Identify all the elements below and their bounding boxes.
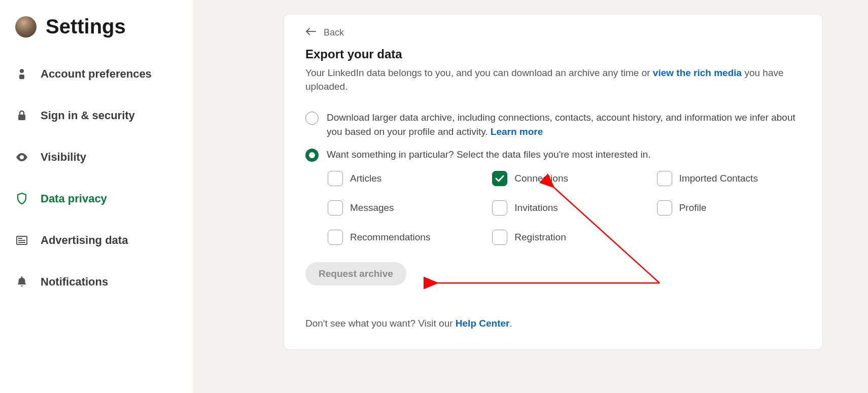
checkbox-grid: Articles Connections Imported Contacts M… (328, 171, 801, 245)
back-button[interactable]: Back (305, 27, 801, 38)
svg-rect-1 (19, 75, 24, 79)
radio-unselected[interactable] (305, 112, 319, 125)
option-larger-archive[interactable]: Download larger data archive, including … (305, 111, 801, 138)
sidebar-item-label: Visibility (41, 151, 86, 164)
sidebar-item-data-privacy[interactable]: Data privacy (0, 178, 193, 220)
checkbox-invitations[interactable]: Invitations (492, 200, 636, 216)
checkbox[interactable] (492, 171, 507, 186)
arrow-left-icon (305, 27, 317, 38)
checkbox-registration[interactable]: Registration (492, 230, 636, 245)
checkbox-label: Articles (350, 173, 381, 184)
sidebar-item-label: Sign in & security (41, 109, 135, 122)
learn-more-link[interactable]: Learn more (491, 126, 543, 137)
svg-rect-2 (18, 115, 25, 120)
checkbox[interactable] (492, 230, 507, 245)
checkbox[interactable] (328, 230, 343, 245)
footer-prefix: Don't see what you want? Visit our (305, 318, 456, 329)
avatar[interactable] (15, 16, 37, 38)
checkbox-recommendations[interactable]: Recommendations (328, 230, 472, 245)
bell-icon (15, 276, 28, 288)
checkbox-label: Profile (679, 202, 707, 213)
newspaper-icon (15, 236, 28, 245)
checkbox[interactable] (492, 200, 507, 216)
checkbox-label: Registration (514, 232, 566, 243)
checkbox-label: Connections (514, 173, 568, 184)
checkbox[interactable] (657, 171, 672, 186)
section-heading: Export your data (305, 47, 801, 61)
option1-text: Download larger data archive, including … (327, 112, 795, 137)
section-description: Your LinkedIn data belongs to you, and y… (305, 66, 801, 93)
sidebar: Settings Account preferences Sign in & s… (0, 0, 193, 393)
person-icon (15, 68, 28, 80)
request-archive-button[interactable]: Request archive (305, 262, 406, 285)
checkbox-connections[interactable]: Connections (492, 171, 636, 186)
checkbox-imported-contacts[interactable]: Imported Contacts (657, 171, 801, 186)
sidebar-item-visibility[interactable]: Visibility (0, 136, 193, 178)
sidebar-item-label: Account preferences (41, 67, 152, 81)
checkbox[interactable] (328, 200, 343, 216)
sidebar-item-label: Notifications (41, 275, 108, 289)
main-content: Back Export your data Your LinkedIn data… (193, 0, 868, 393)
sidebar-item-label: Data privacy (41, 192, 107, 205)
sidebar-item-label: Advertising data (41, 234, 128, 247)
sidebar-item-sign-in-security[interactable]: Sign in & security (0, 95, 193, 136)
sidebar-item-notifications[interactable]: Notifications (0, 261, 193, 303)
checkbox[interactable] (657, 200, 672, 216)
checkbox[interactable] (328, 171, 343, 186)
svg-point-0 (20, 69, 24, 73)
footer-suffix: . (509, 318, 512, 329)
option-text: Download larger data archive, including … (327, 111, 801, 138)
shield-icon (15, 193, 28, 205)
footer-help: Don't see what you want? Visit our Help … (305, 318, 801, 329)
export-card: Back Export your data Your LinkedIn data… (284, 14, 822, 349)
view-rich-media-link[interactable]: view the rich media (653, 67, 742, 78)
desc-prefix: Your LinkedIn data belongs to you, and y… (305, 67, 653, 78)
page-title: Settings (46, 15, 126, 38)
eye-icon (15, 153, 28, 161)
checkbox-articles[interactable]: Articles (328, 171, 472, 186)
sidebar-item-advertising-data[interactable]: Advertising data (0, 220, 193, 261)
checkbox-profile[interactable]: Profile (657, 200, 801, 216)
back-label: Back (324, 27, 344, 38)
checkbox-messages[interactable]: Messages (328, 200, 472, 216)
sidebar-item-account-preferences[interactable]: Account preferences (0, 53, 193, 95)
help-center-link[interactable]: Help Center (456, 318, 510, 329)
checkbox-label: Messages (350, 202, 394, 213)
checkbox-label: Imported Contacts (679, 173, 758, 184)
option2-text: Want something in particular? Select the… (327, 148, 651, 162)
lock-icon (15, 110, 28, 121)
checkbox-label: Recommendations (350, 232, 430, 243)
option-particular-files[interactable]: Want something in particular? Select the… (305, 148, 801, 162)
radio-selected[interactable] (305, 149, 319, 162)
settings-header: Settings (0, 15, 193, 53)
checkbox-label: Invitations (514, 202, 558, 213)
